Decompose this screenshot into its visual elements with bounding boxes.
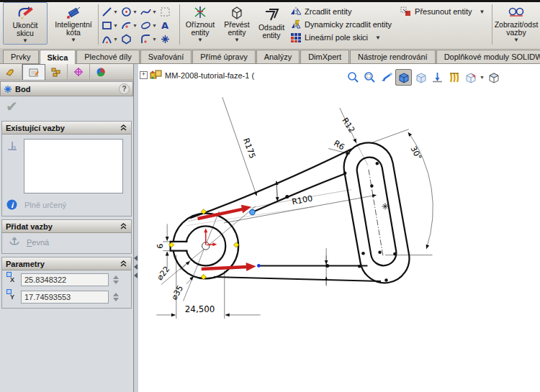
tab-plechove-dily[interactable]: Plechové díly [76,50,139,63]
y-spinner[interactable] [113,293,119,301]
exit-sketch-button[interactable]: Ukončitskicu ▼ [3,2,48,45]
existing-relations-listbox[interactable] [24,139,123,193]
polygon-tool[interactable] [120,32,139,46]
tab-svarovani[interactable]: Svařování [140,50,192,63]
existing-relations-header[interactable]: Existující vazby [2,122,131,135]
r12-leader-extension [356,142,368,165]
dim-d35[interactable]: ⌀35 [169,284,185,302]
convert-dropdown[interactable]: ▼ [219,37,255,43]
tab-skica[interactable]: Skica [40,50,76,64]
trim-label-2: entity [191,28,209,37]
appearance-button[interactable] [446,70,462,85]
status-row: i Plně určený [2,196,131,216]
upper-arm-outer-curve[interactable] [190,149,351,218]
propertymanager-tab[interactable] [22,64,45,80]
dim-angle[interactable]: 30° [408,145,423,162]
display-relations-dropdown[interactable]: ▼ [494,37,539,43]
configurationmanager-tab[interactable] [45,64,68,79]
circle-tool[interactable]: ▼ [120,5,139,19]
sketch-endpoints[interactable] [285,162,396,282]
displaymanager-tab[interactable] [90,64,112,79]
display-delete-relations-button[interactable]: Zobrazit/odstvazby ▼ [494,2,539,43]
scene-button[interactable] [463,70,478,85]
mirror-entities-button[interactable]: Zrcadlit entity [288,5,394,18]
conic-tool[interactable]: ▼ [100,32,120,46]
move-entities-button[interactable]: Přesunout entity ▼ [398,5,487,18]
sketch-canvas: R175 R12 R6 30° R100 6 ⌀22 ⌀35 24,500 [138,64,540,392]
trim-entities-button[interactable]: Oříznoutentity ▼ [181,2,219,43]
tree-expand-icon[interactable]: + [140,71,148,79]
lower-arm-outer-line[interactable] [214,277,381,281]
exit-sketch-dropdown[interactable]: ▼ [4,37,47,44]
fixed-relation-label: Pevná [27,238,49,247]
smart-dimension-button[interactable]: Inteligentníkóta ▼ [50,2,96,43]
tab-prime-upravy[interactable]: Přímé úpravy [192,50,255,63]
status-text: Plně určený [24,201,66,209]
dim-r12[interactable]: R12 [340,116,356,134]
zoom-fit-button[interactable] [346,70,361,85]
fixed-relation-button[interactable]: Pevná [2,233,131,253]
arc-tool[interactable]: ▼ [120,19,139,32]
previous-view-button[interactable] [379,70,394,85]
help-icon[interactable]: ? [119,83,130,94]
ellipse-tool[interactable]: ▼ [139,19,158,32]
move-entities-dropdown[interactable]: ▼ [480,9,485,15]
graphics-area[interactable]: R175 R12 R6 30° R100 6 ⌀22 ⌀35 24,500 + … [138,64,540,392]
tab-prvky[interactable]: Prvky [3,50,39,63]
panel-tab-strip [0,64,133,81]
x-coordinate-field[interactable]: 25.8348322 [21,273,109,286]
linear-pattern-dropdown[interactable]: ▼ [375,35,381,41]
smart-dimension-dropdown[interactable]: ▼ [50,37,96,43]
rectangle-tool[interactable]: ▼ [100,19,120,32]
sketch-picture-tool[interactable] [158,5,178,19]
tab-analyzy[interactable]: Analýzy [256,50,300,63]
parameters-header[interactable]: Parametry [2,257,131,270]
spline-tool[interactable]: ▼ [139,5,158,19]
dim-r100[interactable]: R100 [291,193,313,206]
ok-checkmark-icon[interactable]: ✔ [0,96,133,118]
trim-dropdown[interactable]: ▼ [181,37,219,43]
add-relations-header[interactable]: Přidat vazby [2,220,131,233]
dim-width[interactable]: 24,500 [185,304,215,314]
convert-entities-button[interactable]: Převéstentity ▼ [219,2,255,43]
trim-entities-icon [181,4,219,21]
dimxpertmanager-tab[interactable] [68,64,90,79]
slot-centerline[interactable] [369,170,383,257]
selected-point-small[interactable] [257,264,261,268]
tab-nastroje-rendrovani[interactable]: Nástroje rendrování [350,50,436,63]
dynamic-mirror-icon [290,19,302,29]
flyout-feature-tree[interactable]: + MM-2008-tutorial-faze-1 ( [140,70,254,81]
scene-icon [464,72,477,83]
offset-entities-button[interactable]: Odsaditentity [255,2,288,40]
slot-hole[interactable] [357,158,397,266]
dim-keyway[interactable]: 6 [156,244,165,249]
dim-d22[interactable]: ⌀22 [155,265,171,282]
point-tool[interactable] [158,32,178,46]
tab-doplnkove-moduly[interactable]: Doplňkové moduly SOLIDWORKS [436,50,540,63]
view-orientation-button[interactable] [486,70,501,85]
offset-entities-icon [255,6,288,24]
tab-dimxpert[interactable]: DimXpert [300,50,349,63]
fillet-tool[interactable]: ▼ [139,32,158,46]
display-style-button[interactable] [395,69,412,86]
selected-point-large[interactable] [250,209,255,214]
y-coordinate-field[interactable]: 17.74593553 [21,291,109,304]
zoom-area-button[interactable] [362,70,377,85]
dim-r175[interactable]: R175 [241,137,257,160]
section-view-button[interactable] [430,70,445,85]
add-relations-label: Přidat vazby [6,222,53,231]
section-view-icon [431,71,444,83]
mirror-entities-icon [290,6,302,17]
property-manager-panel: Bod ? ✔ Existující vazby i Plně určený P… [0,64,134,392]
view-settings-button[interactable] [413,70,428,85]
move-entities-icon [400,6,412,17]
x-spinner[interactable] [113,275,119,284]
featuremanager-tab[interactable] [0,64,22,79]
dynamic-mirror-button[interactable]: Dynamicky zrcadlit entity [288,18,394,31]
linear-pattern-button[interactable]: Lineární pole skici ▼ [288,31,394,44]
line-tool[interactable]: ▼ [100,5,120,19]
tree-item-label[interactable]: MM-2008-tutorial-faze-1 ( [165,71,254,80]
text-tool[interactable]: A [158,19,178,32]
scene-dropdown[interactable]: ▼ [480,75,485,80]
move-group: Přesunout entity ▼ [398,5,487,18]
